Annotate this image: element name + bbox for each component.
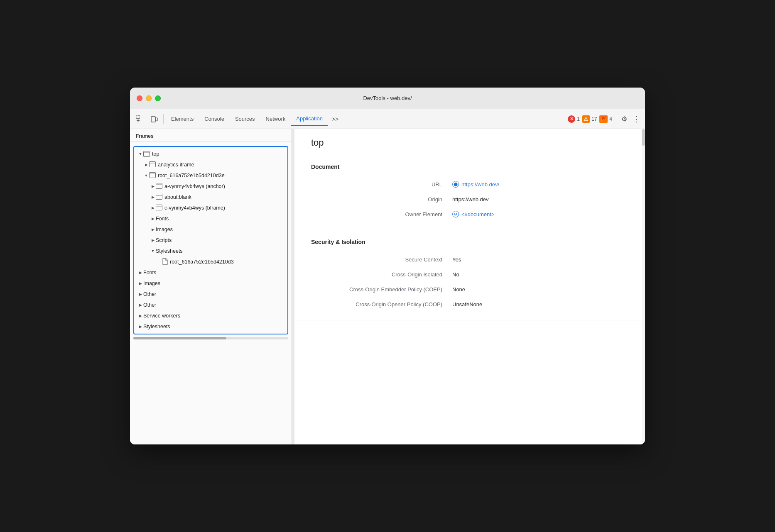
tree-item-service-workers[interactable]: Service workers <box>134 310 287 321</box>
tree-item-images[interactable]: Images <box>134 278 287 289</box>
tree-item-other1[interactable]: Other <box>134 289 287 300</box>
tree-label-other1: Other <box>143 291 156 297</box>
bframe-frame-icon <box>156 205 162 212</box>
tree-item-other2[interactable]: Other <box>134 300 287 310</box>
tree-label-root: root_616a752e1b5d4210d3e <box>158 173 225 178</box>
tree-item-inner-fonts[interactable]: Fonts <box>134 213 287 224</box>
expand-inner-images <box>150 227 156 232</box>
tree-label-inner-file: root_616a752e1b5d4210d3 <box>170 259 234 265</box>
tree-item-stylesheets[interactable]: Stylesheets <box>134 321 287 332</box>
warning-badge[interactable]: ⚠ 17 <box>582 115 597 123</box>
info-badge[interactable]: 🚩 4 <box>599 115 612 123</box>
tree-item-bframe[interactable]: c-vynmy4vb4wys (bframe) <box>134 203 287 213</box>
blank-frame-icon <box>156 194 162 201</box>
expand-inner-fonts <box>150 216 156 222</box>
analytics-frame-icon <box>149 161 156 168</box>
svg-rect-13 <box>156 194 162 199</box>
tree-item-blank[interactable]: about:blank <box>134 192 287 203</box>
error-badge[interactable]: ✕ 1 <box>568 115 580 123</box>
secure-context-value: Yes <box>452 256 461 263</box>
cross-origin-isolated-value: No <box>452 271 459 278</box>
tree-item-analytics[interactable]: analytics-iframe <box>134 159 287 170</box>
tree-label-other2: Other <box>143 302 156 308</box>
expand-top <box>137 151 143 157</box>
titlebar: DevTools - web.dev/ <box>130 88 645 109</box>
tree-item-inner-file[interactable]: root_616a752e1b5d4210d3 <box>134 256 287 267</box>
origin-value: https://web.dev <box>452 196 488 203</box>
element-icon: ⊙ <box>452 211 459 217</box>
secure-context-row: Secure Context Yes <box>311 252 625 267</box>
url-link-icon: 🔵 <box>452 181 459 188</box>
owner-element-link[interactable]: <#document> <box>461 211 495 217</box>
close-button[interactable] <box>137 95 142 101</box>
expand-other2 <box>137 302 143 308</box>
coep-value: None <box>452 286 465 293</box>
content-scrollbar[interactable] <box>642 129 645 444</box>
tree-label-blank: about:blank <box>164 194 191 200</box>
content-scrollbar-thumb <box>642 129 645 146</box>
tab-network[interactable]: Network <box>261 112 291 126</box>
owner-element-label: Owner Element <box>311 211 452 217</box>
coep-label: Cross-Origin Embedder Policy (COEP) <box>311 286 452 293</box>
minimize-button[interactable] <box>146 95 152 101</box>
expand-other1 <box>137 291 143 297</box>
url-label: URL <box>311 181 452 188</box>
warning-icon: ⚠ <box>582 115 590 123</box>
inspect-element-button[interactable] <box>133 112 147 126</box>
top-frame-icon <box>143 151 150 157</box>
error-icon: ✕ <box>568 115 575 123</box>
anchor-frame-icon <box>156 183 162 190</box>
coop-label: Cross-Origin Opener Policy (COOP) <box>311 301 452 307</box>
file-icon <box>162 258 168 266</box>
sidebar-scrollbar-thumb <box>133 337 226 339</box>
tree-label-fonts: Fonts <box>143 270 156 276</box>
tree-label-stylesheets: Stylesheets <box>143 324 170 329</box>
tree-label-anchor: a-vynmy4vb4wys (anchor) <box>164 183 225 189</box>
owner-element-row: Owner Element ⊙ <#document> <box>311 207 625 222</box>
more-options-button[interactable]: ⋮ <box>632 114 642 124</box>
tree-item-anchor[interactable]: a-vynmy4vb4wys (anchor) <box>134 181 287 192</box>
tree-label-inner-images: Images <box>156 227 173 232</box>
expand-analytics <box>143 162 149 168</box>
more-tabs-button[interactable]: >> <box>329 112 342 126</box>
expand-anchor <box>150 183 156 189</box>
maximize-button[interactable] <box>155 95 161 101</box>
tab-console[interactable]: Console <box>199 112 229 126</box>
expand-stylesheets <box>137 324 143 329</box>
tree-item-root[interactable]: root_616a752e1b5d4210d3e <box>134 170 287 181</box>
tree-item-fonts[interactable]: Fonts <box>134 267 287 278</box>
expand-images <box>137 281 143 286</box>
info-icon: 🚩 <box>599 115 608 123</box>
expand-fonts <box>137 270 143 276</box>
coep-row: Cross-Origin Embedder Policy (COEP) None <box>311 282 625 297</box>
sidebar-tree[interactable]: top analytics-iframe <box>130 142 292 444</box>
tab-elements[interactable]: Elements <box>166 112 199 126</box>
expand-service-workers <box>137 313 143 319</box>
window-title: DevTools - web.dev/ <box>363 95 412 101</box>
expand-bframe <box>150 205 156 211</box>
tab-sources[interactable]: Sources <box>230 112 260 126</box>
traffic-lights <box>137 95 161 101</box>
settings-button[interactable]: ⚙ <box>618 112 631 126</box>
tree-label-top: top <box>152 151 159 157</box>
cross-origin-isolated-row: Cross-Origin Isolated No <box>311 267 625 282</box>
url-link[interactable]: https://web.dev/ <box>461 181 499 188</box>
tree-label-analytics: analytics-iframe <box>158 162 194 168</box>
secure-context-label: Secure Context <box>311 256 452 263</box>
tree-item-inner-images[interactable]: Images <box>134 224 287 235</box>
tab-application[interactable]: Application <box>291 112 328 126</box>
svg-rect-9 <box>150 172 156 178</box>
content-title: top <box>294 129 642 155</box>
svg-rect-3 <box>151 117 155 122</box>
tree-item-top[interactable]: top <box>134 149 287 159</box>
document-section: Document URL 🔵 https://web.dev/ Origin h… <box>294 155 642 230</box>
tree-item-inner-stylesheets[interactable]: Stylesheets <box>134 246 287 256</box>
document-section-title: Document <box>311 164 625 170</box>
svg-rect-0 <box>137 116 140 119</box>
sidebar-header: Frames <box>130 129 292 142</box>
cross-origin-isolated-label: Cross-Origin Isolated <box>311 271 452 278</box>
expand-inner-scripts <box>150 237 156 243</box>
tree-item-inner-scripts[interactable]: Scripts <box>134 235 287 246</box>
device-toggle-button[interactable] <box>147 112 161 126</box>
sidebar-scrollbar[interactable] <box>133 337 288 339</box>
